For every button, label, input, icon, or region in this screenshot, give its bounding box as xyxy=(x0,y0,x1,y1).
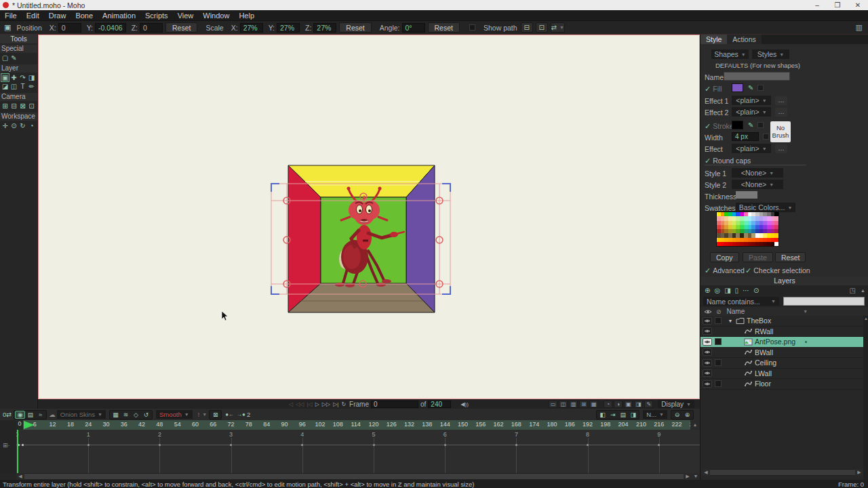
layout-columns-icon[interactable]: ▥ xyxy=(856,23,863,32)
view-layout-icon[interactable]: ◫ xyxy=(559,401,568,408)
playback-icon[interactable]: ▷ xyxy=(315,401,319,407)
clear-keys-icon[interactable]: ⊠ xyxy=(210,411,220,418)
playback-icon[interactable]: ◁ xyxy=(289,401,293,407)
warning-icon[interactable]: ! xyxy=(198,411,200,418)
playhead-line[interactable] xyxy=(17,430,18,473)
menu-item[interactable]: Scripts xyxy=(140,12,173,20)
pan-workspace-tool-icon[interactable]: ✛ xyxy=(1,121,9,130)
no-brush-button[interactable]: No Brush xyxy=(770,121,791,142)
onion-skin-icon[interactable]: ☁ xyxy=(49,411,56,418)
timeline-graph-icon-0[interactable]: ▦ xyxy=(111,411,121,418)
pan-tilt-camera-tool-icon[interactable]: ⊡ xyxy=(27,102,36,110)
visibility-eye-icon[interactable] xyxy=(703,317,712,325)
layers-vscrollbar[interactable]: ▲ xyxy=(863,316,868,488)
duplicate-layer-icon[interactable]: ◨ xyxy=(724,287,730,294)
checker-selection-checkbox[interactable]: ✓Checker selection xyxy=(745,266,810,275)
expand-arrow-icon[interactable]: ▼ xyxy=(727,319,734,323)
playback-icon[interactable]: ◁◁ xyxy=(296,401,304,407)
eraser-layer-tool-icon[interactable]: ◪ xyxy=(1,82,9,91)
copy-button[interactable]: Copy xyxy=(710,252,739,262)
view-layout-icon[interactable]: ▦ xyxy=(589,401,598,408)
rotate-workspace-tool-icon[interactable]: ↻ xyxy=(18,121,27,130)
timeline-option-icon-0[interactable]: ◧ xyxy=(597,411,608,418)
track-camera-tool-icon[interactable]: ⊞ xyxy=(1,102,9,110)
add-layer-tool-icon[interactable]: ✚ xyxy=(9,73,18,82)
layer-checkbox[interactable] xyxy=(715,359,722,366)
freehand-tool-icon[interactable]: ✎ xyxy=(9,54,18,62)
interpolation-dropdown[interactable]: Smooth▼ xyxy=(156,410,193,419)
fill-color-swatch[interactable] xyxy=(732,83,743,92)
layer-filter-input[interactable] xyxy=(783,297,865,306)
stroke-effect-dropdown[interactable]: <plain>▼ xyxy=(732,144,771,153)
stroke-color-swatch[interactable] xyxy=(732,121,743,129)
zoom-workspace-tool-icon[interactable]: ⊙ xyxy=(9,121,18,130)
display-dropdown[interactable]: Display▼ xyxy=(658,400,694,408)
text-tool-icon[interactable]: T xyxy=(18,82,27,91)
name-contains-dropdown[interactable]: Name contains...▼ xyxy=(703,297,779,306)
fill-eyedropper-icon[interactable]: ✎ xyxy=(748,84,753,92)
timeline-mode-icon-0[interactable]: ◉ xyxy=(15,411,25,419)
timeline-scroll-thumb[interactable] xyxy=(24,474,684,479)
stroke-eyedropper-icon[interactable]: ✎ xyxy=(748,121,753,129)
shapes-dropdown[interactable]: Shapes▼ xyxy=(711,49,749,59)
playback-icon[interactable]: ↻ xyxy=(341,401,346,407)
layer-checkbox[interactable] xyxy=(715,338,722,345)
layer-tag-icon[interactable]: ◳ xyxy=(850,287,856,294)
layer-row-floor[interactable]: Floor xyxy=(701,379,863,390)
orbit-workspace-tool-icon[interactable]: ◔ xyxy=(27,121,36,130)
layer-row-lwall[interactable]: LWall xyxy=(701,369,863,380)
paste-button[interactable]: Paste xyxy=(743,252,773,262)
reference-layer-icon[interactable]: ◎ xyxy=(714,287,720,294)
visibility-eye-icon[interactable] xyxy=(703,369,712,377)
cycle-icon-0[interactable]: ●← xyxy=(225,411,234,418)
visibility-eye-icon[interactable] xyxy=(703,348,712,356)
menu-item[interactable]: Window xyxy=(198,12,234,20)
swatches-dropdown[interactable]: Basic Colors...▼ xyxy=(736,203,795,212)
onion-skins-dropdown[interactable]: Onion Skins▼ xyxy=(57,410,106,419)
view-option-icon[interactable]: ▣ xyxy=(624,401,633,408)
roll-camera-tool-icon[interactable]: ⊠ xyxy=(18,102,27,110)
thickness-field[interactable] xyxy=(736,191,757,199)
position-z-input[interactable]: 0 xyxy=(140,23,163,33)
scroll-left-arrow[interactable]: ◀ xyxy=(702,469,710,476)
effect1-options-button[interactable]: ... xyxy=(775,96,787,105)
flip-horizontal-icon[interactable]: ⊡ xyxy=(536,22,548,33)
timeline-scroll-up[interactable]: ▲ xyxy=(690,420,700,430)
view-option-icon[interactable]: ◔ xyxy=(604,401,612,408)
advanced-checkbox[interactable]: ✓Advanced xyxy=(705,266,745,275)
frame-ruler[interactable]: 0 61218243036424854606672788490961021081… xyxy=(16,420,690,430)
reset-all-button[interactable]: ⇄▼ xyxy=(551,22,565,33)
position-x-input[interactable]: 0 xyxy=(58,23,81,33)
layer-checkbox[interactable] xyxy=(715,317,722,324)
visibility-eye-icon[interactable] xyxy=(703,380,712,388)
layers-hscrollbar[interactable]: ◀ ▶ xyxy=(702,469,863,476)
reset-button[interactable]: Reset xyxy=(775,252,806,262)
frame0-toggle-icon[interactable]: 0⇄ xyxy=(3,411,12,418)
view-option-icon[interactable]: ◨ xyxy=(634,401,643,408)
timeline-option-icon-3[interactable]: ◨ xyxy=(628,411,638,418)
cycle-count[interactable]: 2 xyxy=(247,411,250,418)
menu-item[interactable]: Help xyxy=(234,12,259,20)
timeline-option-icon-2[interactable]: ▤ xyxy=(618,411,628,418)
color-palette[interactable] xyxy=(716,211,779,247)
keyframe-dot[interactable] xyxy=(22,444,24,446)
menu-item[interactable]: File xyxy=(0,12,22,20)
effect2-dropdown[interactable]: <plain>▼ xyxy=(732,107,771,117)
layer-row-rwall[interactable]: RWall xyxy=(701,327,863,338)
timeline-mode-icon-1[interactable]: ▤ xyxy=(25,411,35,418)
cycle-icon-1[interactable]: →● xyxy=(237,411,245,418)
new-layer-icon[interactable]: ⊕ xyxy=(705,287,710,294)
menu-item[interactable]: Animation xyxy=(98,12,140,20)
close-button[interactable]: ✕ xyxy=(848,1,868,9)
menu-item[interactable]: Draw xyxy=(44,12,71,20)
zoom-camera-tool-icon[interactable]: ⊟ xyxy=(9,102,18,110)
playback-icon[interactable]: ▷▷ xyxy=(322,401,330,407)
layers-scroll-thumb[interactable] xyxy=(710,470,855,475)
shear-layer-tool-icon[interactable]: ◫ xyxy=(9,82,18,91)
transform-points-tool-icon[interactable]: ▢ xyxy=(1,54,9,62)
draw-layer-tool-icon[interactable]: ✏ xyxy=(27,82,36,91)
speaker-icon[interactable]: ◀)) xyxy=(460,401,468,407)
timeline-zoom-in-icon[interactable]: ⊕ xyxy=(682,411,692,418)
view-option-icon[interactable]: ◑ xyxy=(614,401,623,408)
timeline-graph-icon-1[interactable]: ≋ xyxy=(121,411,131,418)
